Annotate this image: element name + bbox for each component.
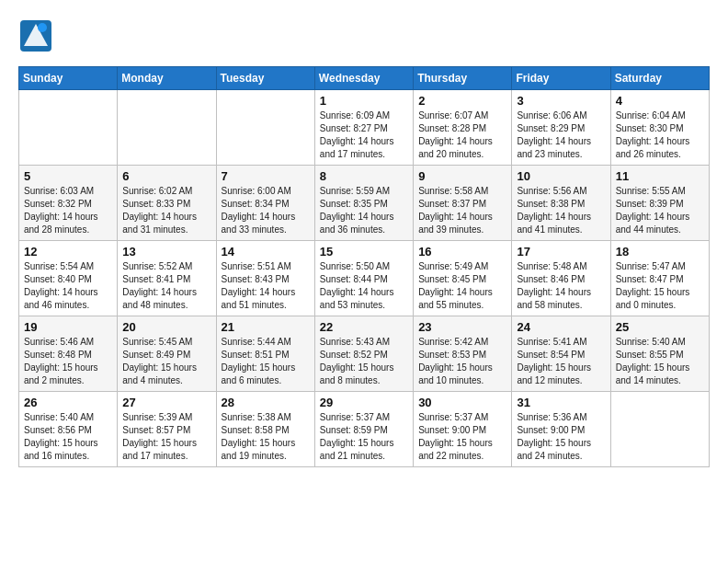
weekday-header-sunday: Sunday [19,67,118,90]
day-number: 17 [517,245,605,259]
day-detail: Sunrise: 5:46 AM Sunset: 8:48 PM Dayligh… [24,336,112,387]
day-detail: Sunrise: 5:59 AM Sunset: 8:35 PM Dayligh… [320,185,408,236]
calendar-cell [118,90,216,166]
weekday-header-thursday: Thursday [414,67,512,90]
day-detail: Sunrise: 5:47 AM Sunset: 8:47 PM Dayligh… [616,260,704,312]
day-detail: Sunrise: 5:44 AM Sunset: 8:51 PM Dayligh… [222,336,310,387]
calendar-cell: 29Sunrise: 5:37 AM Sunset: 8:59 PM Dayli… [314,392,413,467]
calendar-cell [216,90,314,166]
day-detail: Sunrise: 5:51 AM Sunset: 8:43 PM Dayligh… [222,260,310,312]
day-number: 26 [24,396,112,409]
calendar-cell: 27Sunrise: 5:39 AM Sunset: 8:57 PM Dayli… [118,392,216,467]
weekday-header-tuesday: Tuesday [216,67,314,90]
calendar-cell: 6Sunrise: 6:02 AM Sunset: 8:33 PM Daylig… [118,166,216,241]
day-number: 27 [122,396,210,409]
calendar-week-row: 1Sunrise: 6:09 AM Sunset: 8:27 PM Daylig… [19,90,710,166]
day-number: 9 [418,169,506,183]
calendar-cell [19,90,118,166]
day-number: 13 [122,245,210,259]
calendar-cell: 20Sunrise: 5:45 AM Sunset: 8:49 PM Dayli… [118,316,216,392]
page-header [18,18,710,57]
weekday-header-monday: Monday [118,67,216,90]
calendar-cell: 5Sunrise: 6:03 AM Sunset: 8:32 PM Daylig… [19,166,118,241]
day-number: 30 [418,396,506,409]
day-detail: Sunrise: 5:48 AM Sunset: 8:46 PM Dayligh… [517,260,605,312]
day-number: 3 [517,94,605,108]
day-number: 19 [24,320,112,334]
day-detail: Sunrise: 6:06 AM Sunset: 8:29 PM Dayligh… [517,109,605,161]
day-detail: Sunrise: 5:40 AM Sunset: 8:56 PM Dayligh… [24,411,112,463]
calendar-cell: 24Sunrise: 5:41 AM Sunset: 8:54 PM Dayli… [512,316,610,392]
logo [18,18,57,57]
calendar-cell: 18Sunrise: 5:47 AM Sunset: 8:47 PM Dayli… [610,241,709,316]
day-number: 12 [24,245,112,259]
calendar-cell: 10Sunrise: 5:56 AM Sunset: 8:38 PM Dayli… [512,166,610,241]
day-number: 14 [222,245,310,259]
calendar-cell: 28Sunrise: 5:38 AM Sunset: 8:58 PM Dayli… [216,392,314,467]
svg-point-2 [38,23,47,32]
day-number: 15 [320,245,408,259]
calendar-cell: 3Sunrise: 6:06 AM Sunset: 8:29 PM Daylig… [512,90,610,166]
day-detail: Sunrise: 5:43 AM Sunset: 8:52 PM Dayligh… [320,336,408,387]
day-number: 6 [122,169,210,183]
day-detail: Sunrise: 5:42 AM Sunset: 8:53 PM Dayligh… [418,336,506,387]
logo-icon [18,18,53,53]
calendar-cell: 11Sunrise: 5:55 AM Sunset: 8:39 PM Dayli… [610,166,709,241]
day-number: 24 [517,320,605,334]
day-number: 20 [122,320,210,334]
day-number: 22 [320,320,408,334]
calendar-week-row: 5Sunrise: 6:03 AM Sunset: 8:32 PM Daylig… [19,166,710,241]
calendar-cell: 8Sunrise: 5:59 AM Sunset: 8:35 PM Daylig… [314,166,413,241]
calendar-cell: 23Sunrise: 5:42 AM Sunset: 8:53 PM Dayli… [414,316,512,392]
day-number: 31 [517,396,605,409]
day-number: 25 [616,320,704,334]
day-detail: Sunrise: 6:00 AM Sunset: 8:34 PM Dayligh… [222,185,310,236]
day-detail: Sunrise: 5:37 AM Sunset: 9:00 PM Dayligh… [418,411,506,463]
day-detail: Sunrise: 5:45 AM Sunset: 8:49 PM Dayligh… [122,336,210,387]
calendar-cell [610,392,709,467]
day-number: 8 [320,169,408,183]
day-detail: Sunrise: 5:37 AM Sunset: 8:59 PM Dayligh… [320,411,408,463]
day-detail: Sunrise: 6:03 AM Sunset: 8:32 PM Dayligh… [24,185,112,236]
calendar-cell: 14Sunrise: 5:51 AM Sunset: 8:43 PM Dayli… [216,241,314,316]
calendar-week-row: 19Sunrise: 5:46 AM Sunset: 8:48 PM Dayli… [19,316,710,392]
calendar-cell: 15Sunrise: 5:50 AM Sunset: 8:44 PM Dayli… [314,241,413,316]
day-detail: Sunrise: 5:55 AM Sunset: 8:39 PM Dayligh… [616,185,704,236]
calendar-cell: 4Sunrise: 6:04 AM Sunset: 8:30 PM Daylig… [610,90,709,166]
weekday-header-friday: Friday [512,67,610,90]
calendar-cell: 21Sunrise: 5:44 AM Sunset: 8:51 PM Dayli… [216,316,314,392]
calendar-cell: 1Sunrise: 6:09 AM Sunset: 8:27 PM Daylig… [314,90,413,166]
day-detail: Sunrise: 5:54 AM Sunset: 8:40 PM Dayligh… [24,260,112,312]
day-number: 21 [222,320,310,334]
calendar-cell: 26Sunrise: 5:40 AM Sunset: 8:56 PM Dayli… [19,392,118,467]
calendar-cell: 30Sunrise: 5:37 AM Sunset: 9:00 PM Dayli… [414,392,512,467]
day-number: 5 [24,169,112,183]
calendar-week-row: 26Sunrise: 5:40 AM Sunset: 8:56 PM Dayli… [19,392,710,467]
day-number: 16 [418,245,506,259]
calendar-cell: 2Sunrise: 6:07 AM Sunset: 8:28 PM Daylig… [414,90,512,166]
weekday-header-wednesday: Wednesday [314,67,413,90]
calendar-cell: 17Sunrise: 5:48 AM Sunset: 8:46 PM Dayli… [512,241,610,316]
calendar-week-row: 12Sunrise: 5:54 AM Sunset: 8:40 PM Dayli… [19,241,710,316]
day-number: 23 [418,320,506,334]
day-number: 7 [222,169,310,183]
day-number: 11 [616,169,704,183]
day-number: 18 [616,245,704,259]
day-detail: Sunrise: 6:02 AM Sunset: 8:33 PM Dayligh… [122,185,210,236]
calendar-cell: 12Sunrise: 5:54 AM Sunset: 8:40 PM Dayli… [19,241,118,316]
day-detail: Sunrise: 5:36 AM Sunset: 9:00 PM Dayligh… [517,411,605,463]
calendar-cell: 22Sunrise: 5:43 AM Sunset: 8:52 PM Dayli… [314,316,413,392]
day-number: 29 [320,396,408,409]
calendar-table: SundayMondayTuesdayWednesdayThursdayFrid… [18,66,710,467]
calendar-cell: 25Sunrise: 5:40 AM Sunset: 8:55 PM Dayli… [610,316,709,392]
calendar-cell: 9Sunrise: 5:58 AM Sunset: 8:37 PM Daylig… [414,166,512,241]
day-detail: Sunrise: 5:58 AM Sunset: 8:37 PM Dayligh… [418,185,506,236]
calendar-header-row: SundayMondayTuesdayWednesdayThursdayFrid… [19,67,710,90]
day-number: 28 [222,396,310,409]
day-detail: Sunrise: 5:39 AM Sunset: 8:57 PM Dayligh… [122,411,210,463]
day-number: 4 [616,94,704,108]
day-number: 2 [418,94,506,108]
day-detail: Sunrise: 5:50 AM Sunset: 8:44 PM Dayligh… [320,260,408,312]
calendar-cell: 31Sunrise: 5:36 AM Sunset: 9:00 PM Dayli… [512,392,610,467]
day-detail: Sunrise: 5:52 AM Sunset: 8:41 PM Dayligh… [122,260,210,312]
